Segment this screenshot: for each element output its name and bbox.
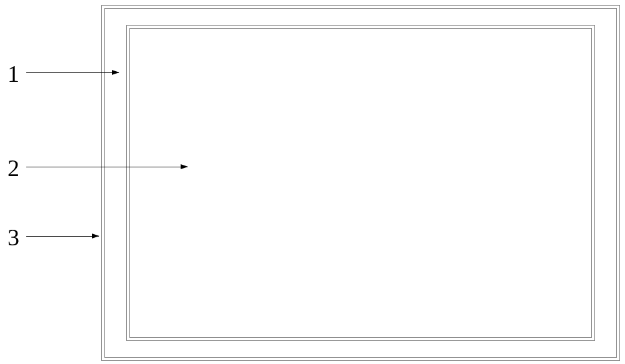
callout-arrow-2 <box>26 167 188 167</box>
callout-label-2: 2 <box>8 154 19 182</box>
inner-rectangle-inner-border <box>129 28 592 338</box>
callout-arrow-3 <box>26 236 99 237</box>
inner-rectangle <box>126 25 595 341</box>
callout-arrow-1 <box>26 72 119 73</box>
callout-label-3: 3 <box>8 224 19 251</box>
callout-label-1: 1 <box>8 60 19 87</box>
